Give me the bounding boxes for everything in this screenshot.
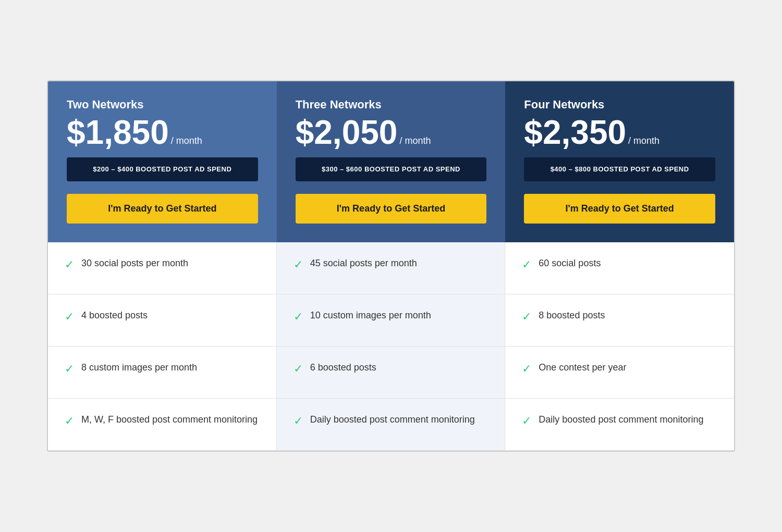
check-icon-col1-row3: ✓	[65, 362, 74, 376]
feature-text-col2-row4: Daily boosted post comment monitoring	[310, 413, 475, 426]
pricing-features: ✓ 30 social posts per month ✓ 4 boosted …	[48, 242, 734, 451]
plan-name-3: Four Networks	[524, 98, 715, 112]
feature-item-col2-row3: ✓ 6 boosted posts	[277, 347, 505, 399]
check-icon-col2-row3: ✓	[294, 362, 303, 376]
plan-ad-spend-2: $300 – $600 BOOSTED POST AD SPEND	[296, 157, 487, 181]
check-icon-col2-row2: ✓	[294, 310, 303, 324]
pricing-header: Two Networks $1,850 / month $200 – $400 …	[48, 81, 734, 242]
plan-header-2: Three Networks $2,050 / month $300 – $60…	[277, 81, 506, 242]
plan-price-row-2: $2,050 / month	[296, 116, 487, 149]
feature-column-3: ✓ 60 social posts ✓ 8 boosted posts ✓ On…	[505, 242, 734, 451]
plan-period-2: / month	[399, 135, 431, 146]
plan-price-1: $1,850	[67, 116, 169, 149]
feature-item-col2-row4: ✓ Daily boosted post comment monitoring	[277, 399, 505, 451]
check-icon-col3-row2: ✓	[522, 310, 531, 324]
plan-price-row-1: $1,850 / month	[67, 116, 258, 149]
check-icon-col1-row2: ✓	[65, 310, 74, 324]
feature-item-col1-row4: ✓ M, W, F boosted post comment monitorin…	[48, 399, 276, 451]
feature-item-col3-row1: ✓ 60 social posts	[505, 242, 734, 294]
feature-item-col3-row4: ✓ Daily boosted post comment monitoring	[505, 399, 734, 451]
feature-text-col2-row3: 6 boosted posts	[310, 361, 376, 374]
check-icon-col2-row4: ✓	[294, 414, 303, 428]
feature-item-col1-row1: ✓ 30 social posts per month	[48, 242, 276, 294]
plan-cta-button-1[interactable]: I'm Ready to Get Started	[67, 194, 258, 224]
feature-item-col2-row2: ✓ 10 custom images per month	[277, 294, 505, 347]
plan-price-3: $2,350	[524, 116, 626, 149]
pricing-table: Two Networks $1,850 / month $200 – $400 …	[47, 80, 735, 452]
feature-column-2: ✓ 45 social posts per month ✓ 10 custom …	[277, 242, 506, 451]
check-icon-col1-row4: ✓	[65, 414, 74, 428]
plan-cta-button-3[interactable]: I'm Ready to Get Started	[524, 194, 715, 224]
feature-text-col2-row1: 45 social posts per month	[310, 257, 417, 270]
feature-item-col2-row1: ✓ 45 social posts per month	[277, 242, 505, 294]
feature-text-col2-row2: 10 custom images per month	[310, 309, 431, 322]
plan-period-1: / month	[171, 135, 202, 146]
plan-header-3: Four Networks $2,350 / month $400 – $800…	[505, 81, 734, 242]
plan-header-1: Two Networks $1,850 / month $200 – $400 …	[48, 81, 277, 242]
plan-ad-spend-1: $200 – $400 BOOSTED POST AD SPEND	[67, 157, 258, 181]
feature-text-col3-row4: Daily boosted post comment monitoring	[539, 413, 703, 426]
feature-text-col3-row2: 8 boosted posts	[539, 309, 605, 322]
check-icon-col2-row1: ✓	[294, 258, 303, 271]
feature-text-col1-row4: M, W, F boosted post comment monitoring	[81, 413, 258, 426]
plan-ad-spend-3: $400 – $800 BOOSTED POST AD SPEND	[524, 157, 715, 181]
feature-text-col1-row2: 4 boosted posts	[81, 309, 148, 322]
plan-price-row-3: $2,350 / month	[524, 116, 715, 149]
feature-item-col1-row2: ✓ 4 boosted posts	[48, 294, 276, 347]
feature-item-col3-row3: ✓ One contest per year	[505, 347, 734, 399]
check-icon-col1-row1: ✓	[65, 258, 74, 271]
plan-period-3: / month	[628, 135, 659, 146]
feature-text-col3-row1: 60 social posts	[539, 257, 601, 270]
check-icon-col3-row3: ✓	[522, 362, 531, 376]
plan-name-1: Two Networks	[67, 98, 258, 112]
feature-item-col1-row3: ✓ 8 custom images per month	[48, 347, 276, 399]
feature-text-col3-row3: One contest per year	[539, 361, 626, 374]
feature-text-col1-row1: 30 social posts per month	[81, 257, 188, 270]
feature-column-1: ✓ 30 social posts per month ✓ 4 boosted …	[48, 242, 277, 451]
feature-item-col3-row2: ✓ 8 boosted posts	[505, 294, 734, 347]
plan-price-2: $2,050	[296, 116, 398, 149]
feature-text-col1-row3: 8 custom images per month	[81, 361, 197, 374]
check-icon-col3-row1: ✓	[522, 258, 531, 271]
plan-cta-button-2[interactable]: I'm Ready to Get Started	[296, 194, 487, 224]
check-icon-col3-row4: ✓	[522, 414, 531, 428]
plan-name-2: Three Networks	[296, 98, 487, 112]
